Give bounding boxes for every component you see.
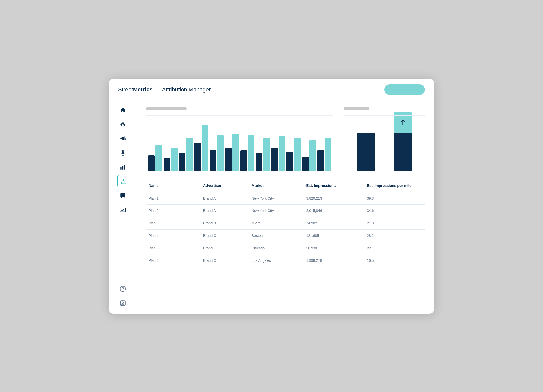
main-layout: AD (109, 100, 434, 314)
bar-teal-7 (263, 138, 270, 171)
bar-teal-4 (217, 135, 224, 171)
svg-point-3 (122, 150, 124, 152)
cell-market: Los Angeles (249, 254, 304, 267)
sidebar-icons: AD (117, 104, 129, 279)
right-chart-grid (344, 115, 425, 171)
svg-point-20 (122, 302, 124, 303)
cell-per_mile: 16.5 (364, 254, 425, 267)
bar-dark-5 (225, 148, 232, 171)
svg-point-15 (124, 197, 124, 198)
table-header: Name Advertiser Market Est. Impressions … (146, 181, 425, 192)
cell-name: Plan 6 (146, 254, 201, 267)
cell-advertiser: Brand C (201, 254, 249, 267)
svg-point-14 (121, 197, 122, 198)
sidebar-item-ad[interactable]: AD (117, 204, 129, 216)
grid-line (344, 115, 425, 116)
bar-teal-3 (202, 125, 208, 171)
bar-group-8 (271, 136, 285, 171)
right-chart-filter (344, 107, 369, 110)
table-row[interactable]: Plan 1Brand ANew York City3,829,21339.3 (146, 192, 425, 205)
cell-impressions: 121,685 (304, 229, 364, 242)
cell-impressions: 3,829,213 (304, 192, 364, 205)
table-row[interactable]: Plan 5Brand CChicago28,93822.4 (146, 242, 425, 254)
header-divider (157, 86, 157, 93)
right-chart-section (344, 107, 425, 171)
bar-dark-4 (210, 150, 216, 171)
bar-teal-6 (248, 135, 254, 171)
bar-group-4 (210, 135, 224, 171)
sidebar-item-bus[interactable] (117, 190, 129, 201)
bar-dark-8 (271, 148, 278, 171)
bar-group-11 (317, 138, 331, 171)
bar-group-2 (179, 138, 193, 171)
logo-plain: Street (118, 86, 133, 93)
table-row[interactable]: Plan 2Brand ANew York City2,015,84634.6 (146, 204, 425, 217)
content-area: Name Advertiser Market Est. Impressions … (137, 100, 434, 314)
logo: StreetMetrics (118, 86, 153, 93)
bar-group-9 (286, 138, 301, 171)
sidebar-item-campaign[interactable] (117, 133, 129, 144)
table-body: Plan 1Brand ANew York City3,829,21339.3P… (146, 192, 425, 267)
left-chart-section (146, 107, 333, 171)
sidebar-item-attribution[interactable] (117, 147, 129, 159)
cell-impressions: 74,982 (304, 217, 364, 229)
bar-dark-11 (317, 150, 324, 171)
bar-group-1 (164, 148, 178, 171)
cell-market: New York City (249, 204, 304, 217)
cell-name: Plan 2 (146, 204, 201, 217)
cell-impressions: 2,015,846 (304, 204, 364, 217)
sidebar-bottom (117, 279, 129, 309)
cell-advertiser: Brand C (201, 242, 249, 254)
cell-name: Plan 3 (146, 217, 201, 229)
bar-dark-7 (256, 153, 262, 171)
logo-bold: Metrics (133, 86, 153, 93)
bar-teal-1 (171, 148, 178, 171)
cta-button[interactable] (384, 84, 425, 95)
col-header-name: Name (146, 181, 201, 192)
sidebar-item-help[interactable] (117, 283, 129, 295)
bar-chart-icon (120, 164, 126, 170)
col-header-advertiser: Advertiser (201, 181, 249, 192)
bar-dark-10 (302, 157, 309, 171)
bar-teal-11 (325, 138, 331, 171)
header-left: StreetMetrics Attribution Manager (118, 86, 211, 93)
cell-per_mile: 27.8 (364, 217, 425, 229)
cell-per_mile: 28.2 (364, 229, 425, 242)
right-bar-chart (344, 115, 425, 171)
bus-icon (120, 192, 126, 199)
bar-group-10 (302, 140, 316, 171)
cell-advertiser: Brand A (201, 192, 249, 205)
cell-impressions: 28,938 (304, 242, 364, 254)
sidebar: AD (109, 100, 137, 314)
svg-line-11 (123, 180, 125, 183)
table-row[interactable]: Plan 4Brand CBoston121,68528.2 (146, 229, 425, 242)
cell-name: Plan 4 (146, 229, 201, 242)
bar-group-5 (225, 134, 239, 171)
cell-advertiser: Brand A (201, 204, 249, 217)
cell-market: Chicago (249, 242, 304, 254)
left-chart-filter (146, 107, 187, 110)
table-section: Name Advertiser Market Est. Impressions … (146, 181, 425, 267)
sidebar-item-connections[interactable] (117, 175, 129, 187)
cell-market: New York City (249, 192, 304, 205)
svg-rect-4 (120, 167, 121, 170)
bar-group-7 (256, 138, 270, 171)
sidebar-item-analytics[interactable] (117, 161, 129, 173)
svg-rect-6 (124, 165, 125, 170)
svg-point-8 (121, 183, 122, 184)
table-header-row: Name Advertiser Market Est. Impressions … (146, 181, 425, 192)
data-table: Name Advertiser Market Est. Impressions … (146, 181, 425, 267)
app-window: StreetMetrics Attribution Manager (109, 79, 434, 314)
cell-advertiser: Brand B (201, 217, 249, 229)
person-pin-icon (120, 150, 126, 156)
cell-per_mile: 34.6 (364, 204, 425, 217)
svg-point-7 (123, 179, 124, 180)
sidebar-item-home[interactable] (117, 104, 129, 116)
grid-line (344, 170, 425, 170)
svg-line-10 (121, 180, 123, 183)
table-row[interactable]: Plan 3Brand BMiami74,98227.8 (146, 217, 425, 229)
cell-advertiser: Brand C (201, 229, 249, 242)
sidebar-item-profile[interactable] (117, 297, 129, 309)
table-row[interactable]: Plan 6Brand CLos Angeles1,998,27816.5 (146, 254, 425, 267)
sidebar-item-search[interactable] (117, 119, 129, 130)
